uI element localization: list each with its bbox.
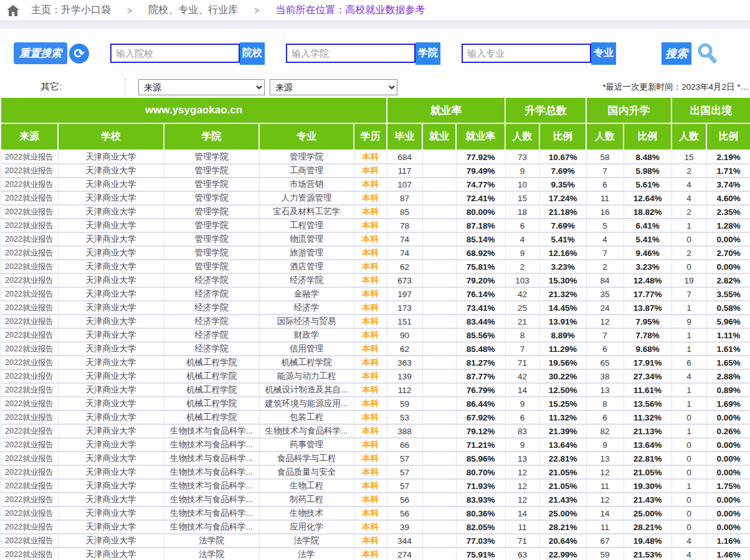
cell-domestic-ratio: 13.87% [624,301,672,315]
college-field-group: 学院 [286,42,440,65]
cell-graduates: 74 [387,246,422,260]
source-select-2[interactable]: 来源 [270,79,397,95]
cell-employment-rate: 76.79% [456,383,505,397]
cell-school: 天津商业大学 [58,438,164,452]
cell-domestic-count: 11 [586,191,624,205]
home-icon[interactable] [6,4,20,17]
cell-school: 天津商业大学 [58,205,164,219]
table-body: 2022就业报告天津商业大学管理学院管理学院本科68477.92%7310.67… [1,150,750,560]
cell-major: 机械设计制造及其自... [259,383,354,397]
cell-major: 经济学 [259,301,354,315]
cell-advance-ratio: 13.64% [539,438,586,452]
cell-source: 2022就业报告 [1,534,58,548]
cell-employed [422,205,456,219]
table-row: 2022就业报告天津商业大学生物技术与食品科学...食品质量与安全本科5780.… [1,465,750,479]
cell-abroad-count: 2 [672,164,706,178]
cell-graduates: 74 [387,232,422,246]
table-row: 2022就业报告天津商业大学经济学院经济学本科17373.41%2514.45%… [1,301,750,315]
cell-major: 生物技术 [259,506,354,520]
cell-advance-ratio: 15.30% [539,273,586,287]
cell-abroad-ratio: 1.65% [706,356,750,369]
search-button[interactable]: 搜索 [662,42,691,65]
table-row: 2022就业报告天津商业大学管理学院物流管理本科7485.14%45.41%45… [1,232,750,246]
cell-degree: 本科 [354,219,387,232]
cell-employment-rate: 83.93% [456,493,505,506]
cell-employed [422,356,456,369]
cell-source: 2022就业报告 [1,150,58,164]
source-select-1[interactable]: 来源 [138,79,265,95]
cell-advance-count: 10 [505,178,539,191]
cell-abroad-ratio: 0.26% [706,424,750,438]
cell-employed [422,411,456,424]
cell-source: 2022就业报告 [1,493,58,506]
cell-graduates: 62 [387,342,422,356]
cell-degree: 本科 [354,191,387,205]
table-row: 2022就业报告天津商业大学生物技术与食品科学...制药工程本科5683.93%… [1,493,750,506]
cell-employment-rate: 75.91% [456,548,505,560]
cell-graduates: 274 [387,548,422,560]
cell-abroad-ratio: 1.16% [706,534,750,548]
cell-source: 2022就业报告 [1,424,58,438]
cell-graduates: 62 [387,260,422,273]
cell-advance-ratio: 19.56% [539,356,586,369]
cell-employed [422,315,456,328]
refresh-icon[interactable]: ⟳ [69,44,89,64]
cell-source: 2022就业报告 [1,219,58,232]
table-row: 2022就业报告天津商业大学管理学院酒店管理本科6275.81%23.23%23… [1,260,750,273]
cell-major: 法学院 [259,534,354,548]
cell-graduates: 117 [387,164,422,178]
cell-major: 人力资源管理 [259,191,354,205]
cell-employed [422,232,456,246]
cell-abroad-count: 4 [672,178,706,191]
table-row: 2022就业报告天津商业大学管理学院管理学院本科68477.92%7310.67… [1,150,750,164]
cell-source: 2022就业报告 [1,452,58,465]
table-row: 2022就业报告天津商业大学经济学院财政学本科9085.56%88.89%77.… [1,328,750,342]
cell-domestic-count: 16 [586,205,624,219]
cell-advance-ratio: 11.29% [539,342,586,356]
cell-domestic-count: 38 [586,369,624,383]
cell-domestic-ratio: 27.34% [624,369,672,383]
cell-source: 2022就业报告 [1,397,58,411]
cell-graduates: 57 [387,452,422,465]
cell-college: 管理学院 [164,164,259,178]
cell-graduates: 388 [387,424,422,438]
table-row: 2022就业报告天津商业大学生物技术与食品科学...生物技术本科5680.36%… [1,506,750,520]
reset-search-button[interactable]: 重置搜索 [14,42,67,64]
cell-abroad-count: 4 [672,369,706,383]
col-header-major: 专业 [259,123,354,150]
cell-abroad-count: 1 [672,301,706,315]
major-input[interactable] [462,44,591,63]
cell-school: 天津商业大学 [58,315,164,328]
magnifier-icon[interactable] [695,42,719,65]
cell-employed [422,273,456,287]
cell-source: 2022就业报告 [1,260,58,273]
cell-college: 经济学院 [164,301,259,315]
cell-employment-rate: 82.05% [456,520,505,534]
cell-domestic-ratio: 12.48% [624,273,672,287]
breadcrumb-home[interactable]: 主页：升学小口袋 [31,4,111,17]
cell-college: 生物技术与食品科学... [164,438,259,452]
cell-major: 物流管理 [259,232,354,246]
cell-domestic-ratio: 5.98% [624,164,672,178]
cell-abroad-ratio: 2.82% [706,273,750,287]
cell-degree: 本科 [354,232,387,246]
college-input[interactable] [286,44,415,63]
cell-employed [422,191,456,205]
cell-degree: 本科 [354,452,387,465]
cell-graduates: 57 [387,465,422,479]
cell-college: 生物技术与食品科学... [164,506,259,520]
site-title: www.ysygaokao.cn [1,97,387,123]
cell-source: 2022就业报告 [1,273,58,287]
school-input[interactable] [110,44,240,63]
cell-abroad-count: 0 [672,411,706,424]
cell-abroad-count: 19 [672,273,706,287]
cell-employed [422,287,456,301]
cell-school: 天津商业大学 [58,342,164,356]
cell-abroad-count: 0 [672,520,706,534]
cell-employed [422,438,456,452]
cell-abroad-ratio: 3.55% [706,287,750,301]
breadcrumb-library[interactable]: 院校、专业、行业库 [148,4,238,17]
cell-source: 2022就业报告 [1,246,58,260]
table-row: 2022就业报告天津商业大学管理学院人力资源管理本科8772.41%1517.2… [1,191,750,205]
cell-advance-count: 9 [505,164,539,178]
